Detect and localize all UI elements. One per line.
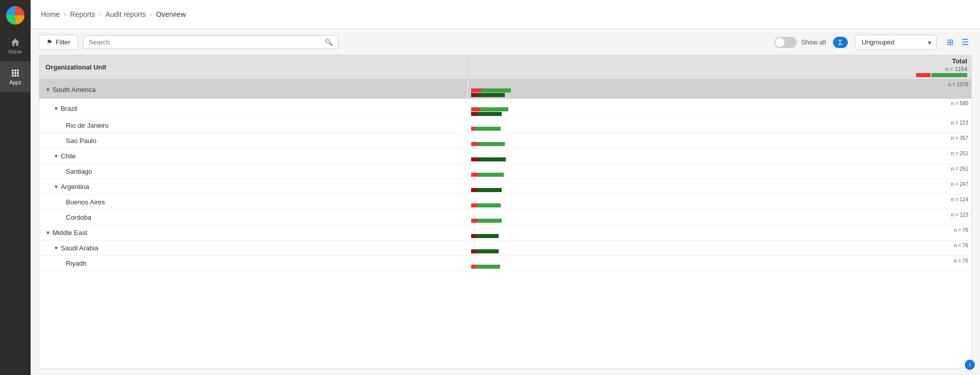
- table-header: Organizational Unit Total n = 1154: [39, 55, 971, 80]
- data-table: Organizational Unit Total n = 1154: [39, 55, 972, 369]
- n-label: n = 123: [471, 212, 968, 218]
- toolbar-right: Show all Σ Ungrouped Grouped by Region: [774, 35, 972, 50]
- bar-row-2: [471, 112, 968, 116]
- sidebar-item-apps[interactable]: Apps: [0, 61, 31, 92]
- row-bars: n = 76: [468, 256, 971, 271]
- breadcrumb-sep-3: ›: [150, 11, 152, 18]
- content-area: ⚑ Filter 🔍 Show all: [31, 29, 980, 375]
- breadcrumb-sep-2: ›: [99, 11, 101, 18]
- bar-row-1: [471, 234, 968, 238]
- table-row[interactable]: Buenos Aires n = 124: [39, 195, 971, 210]
- row-bars: n = 251: [468, 149, 971, 163]
- sidebar: Home Apps: [0, 0, 31, 375]
- sidebar-item-home[interactable]: Home: [0, 31, 31, 61]
- bar-row-1: [471, 203, 968, 207]
- toolbar: ⚑ Filter 🔍 Show all: [39, 35, 972, 50]
- show-all-toggle[interactable]: [774, 37, 797, 48]
- row-org-rio: Rio de Janeiro: [39, 118, 468, 133]
- breadcrumb-reports[interactable]: Reports: [70, 10, 95, 18]
- table-row[interactable]: ▼ Brazil n = 580: [39, 99, 971, 118]
- table-row[interactable]: ▼ South America n = 1078: [39, 80, 971, 99]
- row-org-buenos-aires: Buenos Aires: [39, 195, 468, 209]
- collapse-chevron: ▼: [54, 106, 59, 111]
- collapse-chevron: ▼: [45, 230, 51, 236]
- collapse-chevron: ▼: [54, 184, 59, 190]
- bar-row-1: [471, 188, 968, 192]
- grouping-dropdown[interactable]: Ungrouped Grouped by Region Grouped by T…: [855, 35, 937, 50]
- row-label: South America: [53, 86, 96, 93]
- n-label: n = 1078: [471, 82, 968, 87]
- row-org-middle-east: ▼ Middle East: [39, 225, 468, 240]
- sigma-icon: Σ: [838, 38, 843, 46]
- info-icon[interactable]: i: [965, 360, 975, 370]
- bar-row-1: [471, 173, 968, 177]
- row-bars: n = 76: [468, 241, 971, 255]
- top-nav: Home › Reports › Audit reports › Overvie…: [31, 0, 980, 29]
- row-bars: n = 580: [468, 99, 971, 118]
- table-row[interactable]: Rio de Janeiro n = 223: [39, 118, 971, 133]
- row-label: Santiago: [66, 168, 92, 175]
- filter-button[interactable]: ⚑ Filter: [39, 35, 78, 50]
- show-all-toggle-group: Show all: [774, 37, 826, 48]
- filter-icon: ⚑: [46, 38, 53, 46]
- breadcrumb-audit-reports[interactable]: Audit reports: [105, 10, 145, 18]
- n-label: n = 251: [471, 166, 968, 172]
- total-col-header: Total n = 1154: [468, 55, 971, 79]
- row-label: Rio de Janeiro: [66, 122, 109, 129]
- table-row[interactable]: ▼ Middle East n = 76: [39, 225, 971, 241]
- search-input[interactable]: [89, 38, 325, 46]
- sigma-button[interactable]: Σ: [833, 37, 848, 48]
- bar-row-1: [471, 265, 968, 269]
- view-icons: ⊞ ☰: [944, 35, 972, 49]
- table-row[interactable]: ▼ Chile n = 251: [39, 149, 971, 164]
- n-label: n = 223: [471, 120, 968, 126]
- bar-row-1: [471, 107, 968, 111]
- row-org-santiago: Santiago: [39, 164, 468, 179]
- collapse-chevron: ▼: [54, 153, 59, 159]
- table-row[interactable]: Santiago n = 251: [39, 164, 971, 179]
- bar-row-1: [471, 249, 968, 253]
- row-bars: n = 124: [468, 195, 971, 209]
- row-label: Chile: [61, 152, 76, 160]
- search-container: 🔍: [83, 35, 338, 49]
- n-label: n = 124: [471, 197, 968, 202]
- row-org-brazil: ▼ Brazil: [39, 99, 468, 118]
- bar-row-2: [471, 93, 968, 97]
- table-row[interactable]: Sao Paulo n = 357: [39, 133, 971, 149]
- main-content: Home › Reports › Audit reports › Overvie…: [31, 0, 980, 375]
- row-label: Saudi Arabia: [61, 244, 99, 252]
- table-row[interactable]: Cordoba n = 123: [39, 210, 971, 225]
- row-label: Middle East: [53, 229, 87, 237]
- sidebar-home-label: Home: [9, 49, 22, 55]
- filter-label: Filter: [56, 38, 70, 46]
- row-org-saudi-arabia: ▼ Saudi Arabia: [39, 241, 468, 255]
- collapse-chevron: ▼: [54, 245, 59, 251]
- row-bars: n = 123: [468, 210, 971, 225]
- sidebar-apps-label: Apps: [10, 80, 21, 85]
- row-bars: n = 357: [468, 133, 971, 148]
- n-label: n = 251: [471, 151, 968, 156]
- bar-row-1: [471, 127, 968, 131]
- app-logo: [0, 0, 31, 31]
- row-bars: n = 76: [468, 225, 971, 240]
- table-row[interactable]: Riyadh n = 76: [39, 256, 971, 271]
- split-view-icon[interactable]: ⊞: [944, 35, 957, 49]
- table-row[interactable]: ▼ Argentina n = 247: [39, 179, 971, 195]
- home-icon: [10, 37, 20, 48]
- row-label: Sao Paulo: [66, 137, 96, 145]
- n-label: n = 247: [471, 181, 968, 187]
- apps-icon: [10, 68, 20, 78]
- row-bars: n = 247: [468, 179, 971, 194]
- org-col-header: Organizational Unit: [39, 55, 468, 79]
- breadcrumb-sep-1: ›: [64, 11, 66, 18]
- breadcrumb-home[interactable]: Home: [41, 10, 60, 18]
- row-label: Argentina: [61, 183, 89, 191]
- table-row[interactable]: ▼ Saudi Arabia n = 76: [39, 241, 971, 256]
- breadcrumb-overview: Overview: [156, 10, 186, 18]
- list-view-icon[interactable]: ☰: [959, 35, 972, 49]
- org-col-label: Organizational Unit: [45, 63, 106, 71]
- bar-row-1: [471, 142, 968, 146]
- row-org-riyadh: Riyadh: [39, 256, 468, 271]
- n-label: n = 76: [471, 243, 968, 248]
- grouping-dropdown-wrapper: Ungrouped Grouped by Region Grouped by T…: [855, 35, 937, 50]
